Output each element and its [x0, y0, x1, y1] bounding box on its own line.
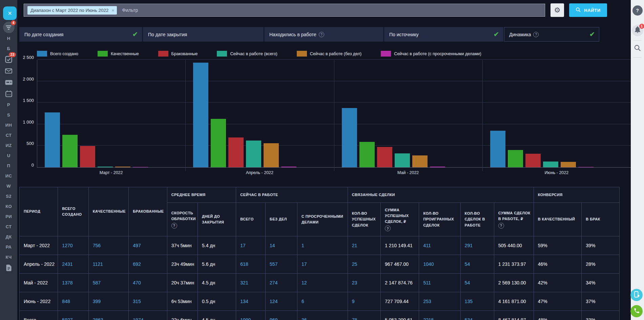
chip-close-icon[interactable]: ×: [112, 8, 115, 13]
table-cell: 34%: [582, 274, 620, 292]
table-cell[interactable]: 1040: [419, 255, 460, 274]
table-cell[interactable]: 1090: [236, 311, 266, 320]
table-cell[interactable]: 534: [460, 311, 494, 320]
table-cell: 28%: [582, 255, 620, 274]
bar: [45, 112, 60, 167]
table-cell[interactable]: 274: [266, 274, 297, 292]
sidebar-item-РА[interactable]: РА: [0, 242, 17, 252]
sidebar-item-КО[interactable]: КО: [0, 201, 17, 211]
table-cell[interactable]: 2215: [419, 311, 460, 320]
table-cell[interactable]: 969: [266, 311, 297, 320]
table-cell[interactable]: 134: [236, 292, 266, 311]
table-cell[interactable]: 135: [460, 292, 494, 311]
table-cell[interactable]: 21: [348, 236, 380, 255]
table-cell[interactable]: 399: [88, 292, 129, 311]
settings-button[interactable]: ⚙: [550, 3, 564, 17]
table-cell[interactable]: 124: [266, 292, 297, 311]
table-cell[interactable]: 557: [266, 255, 297, 274]
table-cell[interactable]: 14: [266, 236, 297, 255]
table-cell[interactable]: 25: [348, 255, 380, 274]
table-cell[interactable]: 253: [419, 292, 460, 311]
table-cell[interactable]: 1378: [58, 274, 88, 292]
plot-row: 05001 0001 5002 0002 500 Март - 2022Апре…: [19, 60, 631, 176]
filter-icon[interactable]: 4: [0, 22, 17, 33]
device-fab-button[interactable]: [630, 289, 643, 301]
table-cell[interactable]: 587: [88, 274, 129, 292]
table-cell[interactable]: 23: [348, 274, 380, 292]
sidebar-item-ДК[interactable]: ДК: [0, 232, 17, 242]
table-cell[interactable]: 9: [348, 292, 380, 311]
table-cell[interactable]: 1270: [58, 236, 88, 255]
tab-label: Динамика: [509, 32, 531, 37]
find-button[interactable]: НАЙТИ: [569, 3, 607, 17]
table-cell[interactable]: 6: [297, 292, 348, 311]
sidebar-item-СТ[interactable]: СТ: [0, 221, 17, 232]
table-cell[interactable]: 78: [348, 311, 380, 320]
table-cell[interactable]: 618: [236, 255, 266, 274]
sidebar-item-S2[interactable]: S2: [0, 191, 17, 201]
tab-was-in-progress[interactable]: Находились в работе?: [264, 27, 383, 42]
table-cell[interactable]: 470: [129, 274, 167, 292]
sidebar-item-W[interactable]: W: [0, 181, 17, 191]
bar: [525, 154, 541, 167]
inbox-icon[interactable]: [0, 77, 17, 88]
tab-by-created-date[interactable]: По дате создания✔: [19, 27, 142, 42]
sidebar-item-РИ[interactable]: РИ: [0, 211, 17, 221]
sidebar-item-Н[interactable]: Н: [0, 33, 17, 43]
mail-icon[interactable]: [0, 65, 17, 77]
tab-by-closed-date[interactable]: По дате закрытия: [143, 27, 264, 42]
table-cell[interactable]: 497: [129, 236, 167, 255]
table-cell[interactable]: 1121: [88, 255, 129, 274]
sidebar-item-П[interactable]: П: [0, 161, 17, 171]
sidebar-item-ИZ[interactable]: ИZ: [0, 140, 17, 150]
bar: [359, 142, 375, 167]
table-cell[interactable]: 692: [129, 255, 167, 274]
sidebar-item-КЧ[interactable]: КЧ: [0, 252, 17, 262]
table-cell[interactable]: 1974: [129, 311, 167, 320]
y-tick-label: 1 000: [23, 119, 34, 124]
table-cell[interactable]: 321: [236, 274, 266, 292]
table-cell[interactable]: 54: [460, 255, 494, 274]
table-cell[interactable]: 315: [129, 292, 167, 311]
phone-fab-button[interactable]: [630, 305, 643, 317]
help-button[interactable]: ?: [632, 5, 643, 16]
filter-chip[interactable]: Диапазон с Март 2022 по Июнь 2022 ×: [27, 6, 117, 15]
table-cell[interactable]: 2431: [58, 255, 88, 274]
table-cell[interactable]: 36: [297, 311, 348, 320]
calendar-icon[interactable]: [0, 88, 17, 100]
table-cell: 0.5 дн: [198, 292, 236, 311]
table-cell[interactable]: 2863: [88, 311, 129, 320]
table-cell[interactable]: 511: [419, 274, 460, 292]
table-cell[interactable]: 54: [460, 274, 494, 292]
table-cell[interactable]: 848: [58, 292, 88, 311]
tasks-icon[interactable]: 23: [0, 54, 17, 65]
close-panel-button[interactable]: ×: [3, 6, 17, 20]
sidebar-item-Р[interactable]: Р: [0, 100, 17, 110]
table-cell[interactable]: 17: [297, 255, 348, 274]
sidebar-item-Б[interactable]: Б: [0, 43, 17, 54]
sidebar-item-СТ[interactable]: СТ: [0, 130, 17, 140]
column-header: В КАЧЕСТВЕННЫЙ: [534, 203, 582, 236]
tab-by-source[interactable]: По источнику✔: [384, 27, 503, 42]
notifications-button[interactable]: 1: [632, 25, 643, 36]
sidebar-item-ИН[interactable]: ИН: [0, 120, 17, 130]
table-cell[interactable]: 17: [236, 236, 266, 255]
global-search-button[interactable]: [634, 44, 641, 53]
bar: [62, 135, 78, 167]
table-cell[interactable]: 756: [88, 236, 129, 255]
table-cell[interactable]: 291: [460, 236, 494, 255]
table-cell[interactable]: 411: [419, 236, 460, 255]
document-icon[interactable]: [0, 262, 17, 274]
sidebar-item-S[interactable]: S: [0, 110, 17, 120]
table-cell[interactable]: 12: [297, 274, 348, 292]
filter-bar[interactable]: Диапазон с Март 2022 по Июнь 2022 × Филь…: [24, 4, 545, 17]
tab-dynamics[interactable]: Динамика?✔: [504, 27, 599, 42]
table-cell[interactable]: 1: [297, 236, 348, 255]
sidebar: × 4НБ23РSИНСТИZUПИСWS2КОРИСТДКРАКЧ: [0, 0, 17, 320]
close-icon: ×: [8, 9, 12, 17]
main-content: Диапазон с Март 2022 по Июнь 2022 × Филь…: [17, 0, 631, 320]
sidebar-item-ИС[interactable]: ИС: [0, 171, 17, 181]
table-cell[interactable]: 5927: [58, 311, 88, 320]
table-cell: 4 161 871.00: [494, 292, 534, 311]
sidebar-item-U[interactable]: U: [0, 150, 17, 161]
